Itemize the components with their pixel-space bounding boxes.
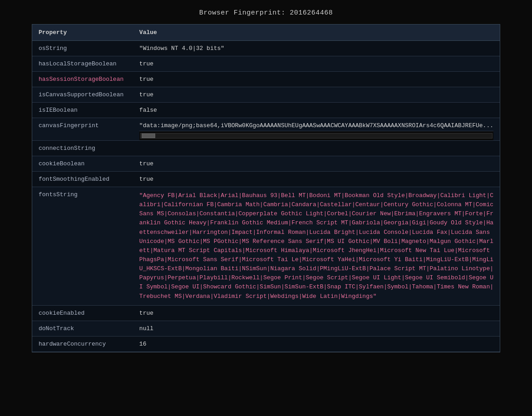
property-cell: osString xyxy=(32,41,133,56)
property-cell: isCanvasSupportedBoolean xyxy=(32,87,133,103)
value-cell: true xyxy=(133,56,500,72)
property-column-header: Property xyxy=(32,25,133,41)
value-cell: true xyxy=(133,305,500,321)
value-cell: true xyxy=(133,172,500,187)
value-cell xyxy=(133,141,500,156)
scrollbar-thumb[interactable] xyxy=(142,134,155,138)
property-cell: hasLocalStorageBoolean xyxy=(32,56,133,72)
table-row: isCanvasSupportedBooleantrue xyxy=(32,87,500,103)
value-cell: false xyxy=(133,103,500,118)
value-cell: "Agency FB|Arial Black|Arial|Bauhaus 93|… xyxy=(133,187,500,306)
scrollbar-track xyxy=(140,133,493,139)
table-row: hasLocalStorageBooleantrue xyxy=(32,56,500,72)
table-row: hardwareConcurrency16 xyxy=(32,336,500,352)
canvas-scrollbar[interactable] xyxy=(139,131,493,140)
value-cell: "Windows NT 4.0|32 bits" xyxy=(133,41,500,56)
property-cell: fontSmoothingEnabled xyxy=(32,172,133,187)
property-cell: doNotTrack xyxy=(32,321,133,336)
value-cell: true xyxy=(133,87,500,103)
property-cell: cookieBoolean xyxy=(32,156,133,172)
property-cell: connectionString xyxy=(32,141,133,156)
table-header-row: Property Value xyxy=(32,25,500,41)
canvas-value-text: "data:image/png;base64,iVBORw0KGgoAAAAAN… xyxy=(139,122,493,129)
property-cell: hasSessionStorageBoolean xyxy=(32,72,133,87)
fingerprint-table: Property Value osString"Windows NT 4.0|3… xyxy=(32,25,500,352)
table-row: fontsString"Agency FB|Arial Black|Arial|… xyxy=(32,187,500,306)
table-row: cookieEnabledtrue xyxy=(32,305,500,321)
table-row: fontSmoothingEnabledtrue xyxy=(32,172,500,187)
value-cell: 16 xyxy=(133,336,500,352)
property-cell: cookieEnabled xyxy=(32,305,133,321)
table-row: osString"Windows NT 4.0|32 bits" xyxy=(32,41,500,56)
table-row: cookieBooleantrue xyxy=(32,156,500,172)
property-cell: fontsString xyxy=(32,187,133,306)
property-cell: canvasFingerprint xyxy=(32,118,133,141)
property-cell: isIEBoolean xyxy=(32,103,133,118)
value-cell: true xyxy=(133,156,500,172)
table-row: hasSessionStorageBooleantrue xyxy=(32,72,500,87)
value-column-header: Value xyxy=(133,25,500,41)
value-cell: "data:image/png;base64,iVBORw0KGgoAAAAAN… xyxy=(133,118,500,141)
fingerprint-table-container: Property Value osString"Windows NT 4.0|3… xyxy=(32,24,500,352)
table-row: doNotTracknull xyxy=(32,321,500,336)
value-cell: true xyxy=(133,72,500,87)
fonts-value-text: "Agency FB|Arial Black|Arial|Bauhaus 93|… xyxy=(139,192,493,300)
property-cell: hardwareConcurrency xyxy=(32,336,133,352)
table-row: isIEBooleanfalse xyxy=(32,103,500,118)
table-row: canvasFingerprint"data:image/png;base64,… xyxy=(32,118,500,141)
table-row: connectionString xyxy=(32,141,500,156)
value-cell: null xyxy=(133,321,500,336)
page-title: Browser Fingerprint: 2016264468 xyxy=(0,0,532,24)
